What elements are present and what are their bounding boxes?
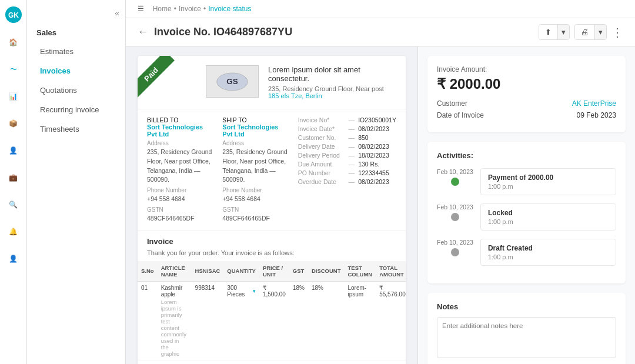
ship-company: Sort Technologies Pvt Ltd	[222, 123, 288, 138]
ship-address: 235, Residency Ground Floor, Near post O…	[222, 148, 288, 185]
right-panel: Invoice Amount: ₹ 2000.00 Customer AK En…	[417, 46, 635, 364]
table-header-row: S.No ARTICLE NAME HSN/SAC QUANTITY PRICE…	[138, 261, 406, 282]
search-icon[interactable]: 🔍	[5, 196, 22, 213]
cell-total: ₹ 1,000.00	[376, 360, 406, 364]
date-row: Date of Invoice 09 Feb 2023	[437, 111, 616, 119]
invoice-date-value: 08/02/2023	[358, 125, 389, 132]
breadcrumb-sep2: •	[203, 5, 206, 13]
activity-item: Feb 10, 2023 Payment of 2000.00 1:00 p.m	[437, 168, 616, 195]
invoice-amount-label: Invoice Amount:	[437, 65, 616, 74]
cell-discount: 18%	[308, 360, 345, 364]
col-hsn: HSN/SAC	[192, 261, 224, 282]
nav-item-estimates[interactable]: Estimates	[31, 42, 122, 61]
page-title: Invoice No. IO464897687YU	[154, 26, 292, 38]
notes-card: Notes	[427, 293, 626, 364]
back-button[interactable]: ←	[138, 26, 148, 38]
nav-item-quotations[interactable]: Quotations	[31, 81, 122, 99]
chart-icon[interactable]: 📊	[5, 88, 22, 105]
print-caret[interactable]: ▾	[594, 25, 606, 39]
content-area: Paid GS Lorem ipsum dolor sit amet conse…	[126, 46, 635, 364]
activity-item: Feb 10, 2023 Locked 1:00 p.m	[437, 203, 616, 231]
invoice-no-label: Invoice No*	[298, 116, 345, 123]
export-button[interactable]: ⬆	[539, 25, 557, 39]
overdue-date-label: Overdue Date	[298, 178, 345, 185]
company-info: Lorem ipsum dolor sit amet consectetur. …	[268, 65, 396, 99]
invoice-top: Paid GS Lorem ipsum dolor sit amet conse…	[138, 56, 406, 109]
activity-title: Locked	[488, 209, 609, 217]
more-options-button[interactable]: ⋮	[611, 26, 623, 38]
col-price: PRICE / UNIT	[259, 261, 289, 282]
ship-phone: +94 558 4684	[222, 195, 288, 204]
delivery-date-label: Delivery Date	[298, 143, 345, 150]
cell-gst: 18%	[289, 360, 308, 364]
billed-gstn: 489CF646465DF	[147, 214, 213, 223]
cell-hsn: 998314	[192, 360, 224, 364]
invoice-section-title: Invoice	[138, 231, 406, 248]
bell-icon[interactable]: 🔔	[5, 223, 22, 240]
invoice-thank-note: Thank you for your order. Your invoice i…	[138, 248, 406, 261]
box-icon[interactable]: 📦	[5, 115, 22, 132]
nav-collapse-button[interactable]: «	[27, 6, 125, 25]
activity-date: Feb 10, 2023	[437, 203, 473, 211]
app-logo: GK	[5, 6, 22, 24]
contacts-icon[interactable]: 👤	[5, 142, 22, 159]
activity-time: 1:00 p.m	[488, 218, 609, 225]
cell-gst: 18%	[289, 281, 308, 360]
delivery-period-value: 18/02/2023	[358, 152, 389, 159]
activity-item: Feb 10, 2023 Draft Created 1:00 p.m	[437, 239, 616, 266]
page-header: ← Invoice No. IO464897687YU ⬆ ▾ 🖨 ▾ ⋮	[126, 18, 635, 46]
cell-test: Lorem-ipsum	[345, 360, 376, 364]
invoice-no-value: IO23050001Y	[358, 116, 396, 123]
col-discount: DISCOUNT	[308, 261, 345, 282]
billed-address: 235, Residency Ground Floor, Near post O…	[147, 148, 213, 185]
cell-qty: 300 Pieces ▾	[223, 360, 259, 364]
cell-sno: 01	[138, 281, 158, 360]
col-gst: GST	[289, 261, 308, 282]
print-button-group[interactable]: 🖨 ▾	[574, 24, 607, 40]
export-button-group[interactable]: ⬆ ▾	[539, 24, 570, 40]
invoice-amount-value: ₹ 2000.00	[437, 76, 616, 92]
nav-item-recurring[interactable]: Recurring invoice	[31, 101, 122, 119]
activities-card: Activities: Feb 10, 2023 Payment of 2000…	[427, 142, 626, 283]
ship-phone-label: Phone Number	[222, 187, 288, 193]
print-button[interactable]: 🖨	[575, 25, 594, 39]
notes-input[interactable]	[437, 317, 616, 358]
breadcrumb-invoice[interactable]: Invoice	[179, 5, 201, 13]
billed-gstn-label: GSTN	[147, 206, 213, 213]
activity-left: Feb 10, 2023	[437, 168, 473, 195]
customer-value: AK EnterPrise	[572, 99, 616, 108]
activity-content: Locked 1:00 p.m	[480, 203, 616, 231]
col-total: TOTAL AMOUNT	[376, 261, 406, 282]
col-test: TEST COLUMN	[345, 261, 376, 282]
nav-item-timesheets[interactable]: Timesheets	[31, 120, 122, 138]
user-icon[interactable]: 👤	[5, 251, 22, 267]
home-icon[interactable]: 🏠	[5, 34, 22, 51]
billed-phone: +94 558 4684	[147, 195, 213, 204]
briefcase-icon[interactable]: 💼	[5, 169, 22, 186]
overdue-date-value: 08/02/2023	[358, 178, 389, 185]
billed-company: Sort Technologies Pvt Ltd	[147, 123, 213, 138]
due-amount-value: 130 Rs.	[358, 161, 379, 168]
activity-content: Payment of 2000.00 1:00 p.m	[480, 168, 616, 195]
date-value: 09 Feb 2023	[577, 111, 616, 119]
company-logo: GS	[206, 65, 259, 98]
activity-date: Feb 10, 2023	[437, 168, 473, 175]
ship-address-label: Address	[222, 140, 288, 146]
hamburger-icon[interactable]: ☰	[138, 5, 144, 13]
export-caret[interactable]: ▾	[557, 25, 569, 39]
breadcrumb-home[interactable]: Home	[153, 5, 172, 13]
top-header: ☰ Home • Invoice • Invoice status	[126, 0, 635, 18]
billed-phone-label: Phone Number	[147, 187, 213, 193]
company-address: 235, Residency Ground Floor, Near post	[268, 85, 396, 92]
invoice-card: Paid GS Lorem ipsum dolor sit amet conse…	[138, 56, 406, 364]
activity-content: Draft Created 1:00 p.m	[480, 239, 616, 266]
cell-article: Kashmir apple Lorem ipsum is primarily t…	[158, 281, 192, 360]
nav-item-invoices[interactable]: Invoices	[31, 62, 122, 80]
pulse-icon[interactable]: 〜	[5, 61, 22, 78]
customer-label: Customer	[437, 99, 467, 108]
cell-total: ₹ 55,576.00	[376, 281, 406, 360]
col-article: ARTICLE NAME	[158, 261, 192, 282]
po-number-label: PO Number	[298, 169, 345, 176]
nav-sidebar: « Sales Estimates Invoices Quotations Re…	[27, 0, 126, 364]
cell-price: ₹ 1,500.00	[259, 360, 289, 364]
